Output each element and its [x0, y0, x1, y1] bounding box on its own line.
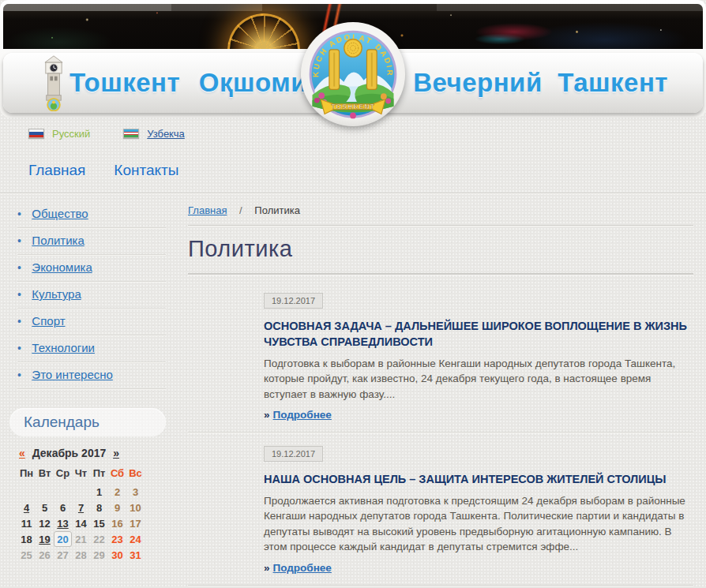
calendar-prev-month-link[interactable]: « [19, 447, 25, 459]
content-area: • Общество • Политика • Экономика • [0, 193, 706, 588]
calendar-day-cell [72, 484, 90, 500]
language-link-uzbek[interactable]: Узбекча [147, 128, 185, 140]
bullet-icon: • [17, 288, 21, 301]
sidebar-menu-link[interactable]: Общество [32, 207, 88, 220]
page-title: Политика [188, 236, 693, 262]
calendar-day-cell: 15 [90, 515, 108, 531]
title-divider [188, 273, 693, 275]
main-column: Главная / Политика Политика 19.12.2017 О… [172, 193, 706, 588]
calendar-day-cell [17, 484, 36, 500]
sidebar-menu-item: • Это интересно [17, 362, 166, 389]
calendar-day-header: Ср [54, 467, 72, 484]
sidebar-menu-item: • Культура [17, 282, 166, 309]
calendar-day-cell: 3 [126, 484, 145, 500]
read-more-link[interactable]: Подробнее [273, 409, 332, 421]
calendar-month-nav: « Декабрь 2017 » [19, 447, 166, 459]
language-item-uzbek[interactable]: Узбекча [123, 128, 185, 140]
calendar-day-cell: 22 [90, 531, 108, 547]
more-arrow: » [264, 562, 270, 574]
calendar-day-header: Сб [108, 467, 126, 484]
nav-link[interactable]: Контакты [114, 162, 178, 179]
calendar-day-cell: 14 [72, 515, 90, 531]
ferris-wheel-lights [227, 13, 300, 49]
sidebar-menu-link[interactable]: Культура [32, 287, 81, 301]
calendar-day-header: Пт [90, 467, 108, 484]
calendar-day-cell: 5 [36, 500, 54, 515]
bullet-icon: • [17, 315, 21, 328]
calendar-day-cell: 25 [17, 547, 36, 563]
calendar-table: ПнВтСрЧтПтСбВс 1234567891011121314151617… [17, 467, 145, 563]
more-arrow: » [264, 409, 270, 421]
calendar-day-header: Пн [17, 467, 36, 484]
calendar-day-cell: 8 [90, 500, 108, 515]
language-item-russian: Русский [28, 128, 90, 140]
calendar-next-month-link[interactable]: » [113, 447, 119, 459]
article-date-badge: 19.12.2017 [264, 446, 323, 462]
page: Тошкент Оқшоми Вечерний Ташкент KUCH ADO… [0, 0, 706, 588]
sidebar-menu-item: • Технологии [17, 335, 166, 362]
sidebar-menu-item: • Экономика [17, 255, 166, 282]
emblem-ribbon-text: TOSHKENT [331, 103, 375, 110]
sidebar-menu-item: • Спорт [17, 309, 166, 335]
calendar-day-cell: 30 [108, 547, 126, 563]
calendar-day-cell: 23 [108, 531, 126, 547]
calendar-day-cell: 11 [17, 515, 36, 531]
language-switcher: Русский Узбекча [28, 126, 706, 140]
calendar-day-header: Вт [36, 467, 54, 484]
calendar-day-cell: 29 [90, 547, 108, 563]
language-current-label: Русский [52, 128, 90, 140]
calendar-day-cell: 31 [126, 547, 145, 563]
bullet-icon: • [17, 261, 21, 274]
calendar-day-cell[interactable]: 19 [36, 531, 54, 547]
sidebar-menu: • Общество • Политика • Экономика • [17, 201, 166, 389]
calendar-day-cell: 21 [72, 531, 90, 547]
article-title: ОСНОВНАЯ ЗАДАЧА – ДАЛЬНЕЙШЕЕ ШИРОКОЕ ВОП… [264, 318, 693, 350]
calendar-day-cell: 9 [108, 500, 126, 515]
calendar-day-cell: 2 [108, 484, 126, 500]
article-excerpt: Продолжается активная подготовка к предс… [264, 493, 693, 555]
bullet-icon: • [17, 208, 21, 220]
calendar-day-cell: 16 [108, 515, 126, 531]
breadcrumb: Главная / Политика [188, 204, 693, 216]
calendar-day-cell [36, 484, 54, 500]
main-nav: ГлавнаяКонтакты [28, 162, 706, 179]
calendar-day-cell[interactable]: 7 [72, 500, 90, 515]
calendar-day-cell: 20 [54, 531, 72, 547]
read-more-link[interactable]: Подробнее [273, 562, 332, 574]
breadcrumb-separator: / [239, 204, 242, 216]
calendar-day-cell: 27 [54, 547, 72, 563]
tashkent-emblem: KUCH ADOLAT DADIR TOSHKENT [299, 21, 407, 128]
article-teaser: 19.12.2017 НАША ОСНОВНАЯ ЦЕЛЬ – ЗАЩИТА И… [188, 432, 693, 585]
calendar-month-label: Декабрь 2017 [32, 447, 107, 459]
calendar-day-cell[interactable]: 4 [17, 500, 36, 515]
breadcrumb-home-link[interactable]: Главная [188, 204, 227, 216]
sidebar-menu-link[interactable]: Политика [32, 234, 84, 247]
calendar-day-cell: 28 [72, 547, 90, 563]
calendar-day-cell[interactable]: 13 [54, 515, 72, 531]
article-title: НАША ОСНОВНАЯ ЦЕЛЬ – ЗАЩИТА ИНТЕРЕСОВ ЖИ… [264, 471, 693, 487]
calendar-widget-title: Календарь [9, 408, 166, 436]
calendar-day-cell: 10 [126, 500, 145, 515]
calendar-day-cell: 1 [90, 484, 108, 500]
article-teaser: 19.12.2017 КАЖДЫЙ ЧЕЛОВЕК ДОЛЖЕН БЫТЬ ДО… [188, 585, 693, 588]
russia-flag-icon [28, 129, 44, 138]
calendar-day-cell: 6 [54, 500, 72, 515]
article-more-row: »Подробнее [264, 407, 693, 421]
calendar-day-header: Вс [126, 467, 145, 484]
breadcrumb-divider [188, 225, 693, 226]
sidebar-menu-link[interactable]: Экономика [32, 260, 92, 274]
sidebar-menu-item: • Общество [17, 201, 166, 228]
sidebar-menu-item: • Политика [17, 228, 166, 255]
article-date-badge: 19.12.2017 [264, 293, 323, 309]
sidebar-menu-link[interactable]: Это интересно [32, 368, 113, 381]
sidebar-menu-link[interactable]: Технологии [32, 341, 95, 354]
uzbekistan-flag-icon [123, 129, 139, 138]
breadcrumb-current: Политика [254, 204, 300, 216]
article-list: 19.12.2017 ОСНОВНАЯ ЗАДАЧА – ДАЛЬНЕЙШЕЕ … [188, 279, 693, 588]
nav-link[interactable]: Главная [28, 162, 85, 179]
calendar-day-cell: 12 [36, 515, 54, 531]
site-title-russian: Вечерний Ташкент [413, 53, 668, 113]
article-more-row: »Подробнее [264, 560, 693, 575]
calendar-day-cell: 18 [17, 531, 36, 547]
sidebar-menu-link[interactable]: Спорт [32, 314, 65, 328]
